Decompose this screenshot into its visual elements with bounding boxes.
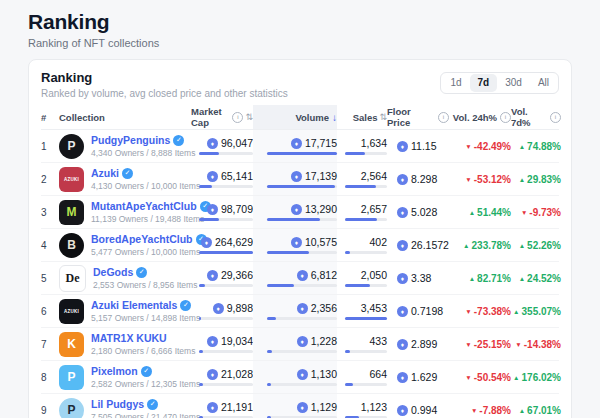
vol-24h-value: -7.88% xyxy=(479,405,511,416)
market-cap-bar xyxy=(199,383,253,386)
table-row[interactable]: 3 M MutantApeYachtClub ✓ 11,139 Owners /… xyxy=(41,196,559,229)
time-filter-group: 1d7d30dAll xyxy=(440,72,559,94)
change-direction-icon: ▼ xyxy=(465,143,471,150)
market-cap-bar xyxy=(199,317,253,320)
col-volume-label: Volume xyxy=(295,112,329,123)
change-direction-icon: ▲ xyxy=(519,275,525,282)
collection-name[interactable]: Pixelmon xyxy=(91,365,138,377)
collection-cell[interactable]: AZUKI Azuki ✓ 4,130 Owners / 10,000 Item… xyxy=(59,163,191,195)
table-row[interactable]: 2 AZUKI Azuki ✓ 4,130 Owners / 10,000 It… xyxy=(41,163,559,196)
info-icon[interactable]: i xyxy=(550,112,561,123)
time-filter-7d[interactable]: 7d xyxy=(470,74,498,92)
col-volume[interactable]: Volume↓ xyxy=(253,105,337,129)
eth-icon: ♦ xyxy=(297,336,308,347)
volume-cell: ♦13,290 xyxy=(253,196,337,228)
eth-icon: ♦ xyxy=(207,369,218,380)
table-row[interactable]: 7 K MATR1X KUKU ✓ 2,180 Owners / 6,666 I… xyxy=(41,328,559,361)
eth-icon: ♦ xyxy=(397,240,408,251)
change-direction-icon: ▼ xyxy=(471,407,477,414)
sort-icon[interactable]: ⇅ xyxy=(245,112,253,122)
vol-24h-cell: ▲51.44% xyxy=(449,196,511,228)
col-vol-7d[interactable]: Vol. 7d%i xyxy=(511,105,561,129)
table-row[interactable]: 1 P PudgyPenguins ✓ 4,340 Owners / 8,888… xyxy=(41,130,559,163)
collection-name[interactable]: MutantApeYachtClub xyxy=(91,200,197,212)
verified-icon: ✓ xyxy=(180,300,191,311)
sort-icon[interactable]: ⇅ xyxy=(379,112,387,122)
col-vol-24h-label: Vol. 24h% xyxy=(453,112,497,123)
collection-logo-icon: AZUKI xyxy=(59,299,84,324)
col-floor-price[interactable]: Floor Pricei xyxy=(387,105,449,129)
sales-cell: 2,564 xyxy=(337,163,387,195)
eth-icon: ♦ xyxy=(291,204,302,215)
vol-7d-cell: ▲74.88% xyxy=(511,130,561,162)
eth-icon: ♦ xyxy=(397,306,408,317)
market-cap-value: 98,709 xyxy=(221,203,253,215)
collection-meta: BoredApeYachtClub ✓ 5,477 Owners / 10,00… xyxy=(91,233,191,257)
sales-cell: 1,123 xyxy=(337,394,387,418)
volume-bar xyxy=(267,383,337,386)
time-filter-1d[interactable]: 1d xyxy=(442,74,469,92)
time-filter-all[interactable]: All xyxy=(530,74,557,92)
page-subtitle: Ranking of NFT collections xyxy=(28,37,572,49)
collection-cell[interactable]: B BoredApeYachtClub ✓ 5,477 Owners / 10,… xyxy=(59,229,191,261)
collection-cell[interactable]: M MutantApeYachtClub ✓ 11,139 Owners / 1… xyxy=(59,196,191,228)
collection-cell[interactable]: K MATR1X KUKU ✓ 2,180 Owners / 6,666 Ite… xyxy=(59,328,191,360)
collection-meta: MATR1X KUKU ✓ 2,180 Owners / 6,666 Items xyxy=(91,332,191,356)
vol-24h-cell: ▲233.78% xyxy=(449,229,511,261)
collection-name[interactable]: PudgyPenguins xyxy=(91,134,170,146)
table-row[interactable]: 4 B BoredApeYachtClub ✓ 5,477 Owners / 1… xyxy=(41,229,559,262)
info-icon[interactable]: i xyxy=(500,112,511,123)
volume-cell: ♦1,228 xyxy=(253,328,337,360)
eth-icon: ♦ xyxy=(291,237,302,248)
col-vol-24h[interactable]: Vol. 24h%i xyxy=(449,105,511,129)
time-filter-30d[interactable]: 30d xyxy=(497,74,530,92)
info-icon[interactable]: i xyxy=(438,112,449,123)
rank: 1 xyxy=(41,130,59,162)
rank: 4 xyxy=(41,229,59,261)
rank: 9 xyxy=(41,394,59,418)
collection-name[interactable]: Azuki xyxy=(91,167,119,179)
collection-name[interactable]: Lil Pudgys xyxy=(91,398,144,410)
vol-24h-value: 233.78% xyxy=(472,240,511,251)
collection-meta: MutantApeYachtClub ✓ 11,139 Owners / 19,… xyxy=(91,200,191,224)
vol-7d-cell: ▲24.52% xyxy=(511,262,561,294)
info-icon[interactable]: i xyxy=(232,112,243,123)
collection-name[interactable]: Azuki Elementals xyxy=(91,299,177,311)
change-direction-icon: ▼ xyxy=(515,341,521,348)
collection-logo-icon: P xyxy=(59,398,84,418)
market-cap-bar xyxy=(199,350,253,353)
col-market-cap[interactable]: Market Capi⇅ xyxy=(191,105,253,129)
volume-bar xyxy=(267,185,337,188)
owners-items: 2,553 Owners / 8,956 Items xyxy=(93,280,191,290)
collection-cell[interactable]: P Lil Pudgys ✓ 7,505 Owners / 21,470 Ite… xyxy=(59,394,191,418)
change-direction-icon: ▲ xyxy=(463,242,469,249)
market-cap-bar xyxy=(199,152,253,155)
collection-cell[interactable]: De DeGods ✓ 2,553 Owners / 8,956 Items xyxy=(59,262,191,294)
sales-value: 3,453 xyxy=(361,302,387,314)
collection-cell[interactable]: P PudgyPenguins ✓ 4,340 Owners / 8,888 I… xyxy=(59,130,191,162)
floor-price-value: 8.298 xyxy=(411,173,437,185)
collection-name[interactable]: BoredApeYachtClub xyxy=(91,233,193,245)
market-cap-cell: ♦65,141 xyxy=(191,163,253,195)
market-cap-value: 264,629 xyxy=(215,236,253,248)
sales-value: 402 xyxy=(369,236,387,248)
table-row[interactable]: 8 P Pixelmon ✓ 2,582 Owners / 12,305 Ite… xyxy=(41,361,559,394)
collection-cell[interactable]: AZUKI Azuki Elementals ✓ 5,157 Owners / … xyxy=(59,295,191,327)
collection-name[interactable]: MATR1X KUKU xyxy=(91,332,167,344)
table-row[interactable]: 5 De DeGods ✓ 2,553 Owners / 8,956 Items… xyxy=(41,262,559,295)
market-cap-value: 65,141 xyxy=(221,170,253,182)
col-sales[interactable]: Sales⇅ xyxy=(337,105,387,129)
change-direction-icon: ▲ xyxy=(519,176,525,183)
col-market-cap-label: Market Cap xyxy=(191,106,229,128)
col-vol-7d-label: Vol. 7d% xyxy=(511,106,547,128)
table-row[interactable]: 6 AZUKI Azuki Elementals ✓ 5,157 Owners … xyxy=(41,295,559,328)
table-row[interactable]: 9 P Lil Pudgys ✓ 7,505 Owners / 21,470 I… xyxy=(41,394,559,418)
vol-24h-value: -73.38% xyxy=(474,306,511,317)
collection-cell[interactable]: P Pixelmon ✓ 2,582 Owners / 12,305 Items xyxy=(59,361,191,393)
volume-bar xyxy=(267,152,337,155)
vol-24h-value: -53.12% xyxy=(474,174,511,185)
eth-icon: ♦ xyxy=(397,372,408,383)
collection-name[interactable]: DeGods xyxy=(93,266,133,278)
vol-24h-cell: ▼-7.88% xyxy=(449,394,511,418)
sales-bar xyxy=(345,350,387,353)
